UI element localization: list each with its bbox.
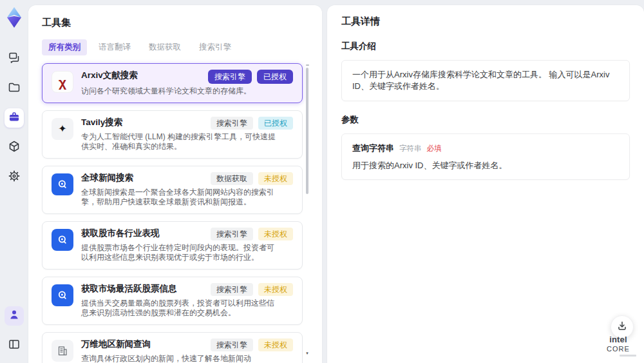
tavily-star-icon: ✦ [52,118,73,140]
brand-underline [620,355,636,357]
category-badge: 搜索引擎 [211,228,253,240]
tool-name: 万维地区新闻查询 [81,338,151,350]
tool-name: Tavily搜索 [81,117,122,128]
app-rail [0,0,28,363]
tab-translation[interactable]: 语言翻译 [92,39,137,55]
user-icon [8,308,21,324]
tool-name: 全球新闻搜索 [81,172,133,184]
scrollbar-thumb[interactable] [306,68,308,194]
arxiv-logo-icon: χ [52,71,73,93]
app-logo[interactable] [5,6,24,28]
search-q-icon [52,173,73,195]
tool-description: 查询具体行政区划内的新闻，快速了解各地新闻动 [81,354,276,363]
tool-card-sector-performance[interactable]: 获取股市各行业表现 搜索引擎 未授权 提供股票市场各个行业在特定时间段内的表现。… [42,221,303,270]
tab-all-categories[interactable]: 所有类别 [42,39,87,55]
tool-list: χ Arxiv文献搜索 搜索引擎 已授权 访问各个研究领域大量科学论文和文章的存… [42,63,309,363]
tool-name: 获取市场最活跃股票信息 [81,283,177,295]
download-icon [617,320,627,333]
param-required-badge: 必填 [427,144,442,153]
sidebar-item-settings[interactable] [5,168,24,187]
layout-panel-icon [8,338,21,353]
briefcase-icon [8,110,21,126]
intro-box: 一个用于从Arxiv存储库搜索科学论文和文章的工具。 输入可以是Arxiv ID… [341,60,630,101]
tool-card-tavily[interactable]: ✦ Tavily搜索 搜索引擎 已授权 专为人工智能代理 (LLM) 构建的搜索… [42,110,303,159]
gear-icon [8,170,21,185]
search-q-icon [52,229,73,251]
param-box: 查询字符串 字符串 必填 用于搜索的Arxiv ID、关键字或作者姓名。 [341,133,630,180]
category-tabs: 所有类别 语言翻译 数据获取 搜索引擎 [42,39,309,55]
param-name: 查询字符串 [352,142,394,154]
tool-description: 专为人工智能代理 (LLM) 构建的搜索引擎工具，可快速提供实时、准确和真实的结… [81,132,276,152]
auth-status-badge: 未授权 [258,338,293,351]
tool-description: 提供当天交易量最高的股票列表，投资者可以利用这些信息来识别流动性强的股票和潜在的… [81,299,276,319]
cube-icon [8,140,21,155]
tool-card-regional-news[interactable]: 万维地区新闻查询 搜索引擎 未授权 查询具体行政区划内的新闻，快速了解各地新闻动 [42,332,303,363]
intel-core-logo: intel CORE [600,335,636,357]
tool-description: 全球新闻搜索是一个聚合全球各大新闻网站内容的搜索引擎，帮助用户快速获取全球最新资… [81,188,276,208]
main-area: 工具集 所有类别 语言翻译 数据获取 搜索引擎 χ Arxiv文献搜索 搜索引擎… [28,0,644,363]
tab-search-engine[interactable]: 搜索引擎 [193,39,238,55]
tool-card-most-active-stocks[interactable]: 获取市场最活跃股票信息 搜索引擎 未授权 提供当天交易量最高的股票列表，投资者可… [42,277,303,325]
category-badge: 搜索引擎 [211,283,253,296]
sidebar-item-files[interactable] [5,79,24,98]
category-badge: 搜索引擎 [211,117,253,130]
sidebar-item-packages[interactable] [5,138,24,157]
folder-icon [8,81,21,96]
intro-text: 一个用于从Arxiv存储库搜索科学论文和文章的工具。 输入可以是Arxiv ID… [352,69,619,92]
param-description: 用于搜索的Arxiv ID、关键字或作者姓名。 [352,160,619,171]
auth-status-badge: 未授权 [258,283,293,296]
intro-heading: 工具介绍 [341,41,630,52]
sidebar-item-user[interactable] [5,306,24,326]
param-type: 字符串 [399,144,422,153]
category-badge: 搜索引擎 [208,70,252,84]
params-heading: 参数 [341,114,630,126]
tool-name: 获取股市各行业表现 [81,228,160,239]
category-badge: 数据获取 [211,172,253,185]
sidebar-item-chat[interactable] [5,49,24,68]
tool-description: 访问各个研究领域大量科学论文和文章的存储库。 [81,86,276,97]
auth-status-badge: 未授权 [258,172,293,185]
sidebar-item-tools[interactable] [5,108,24,128]
list-scrollbar[interactable]: ▾ [305,64,309,363]
tool-card-global-news[interactable]: 全球新闻搜索 数据获取 未授权 全球新闻搜索是一个聚合全球各大新闻网站内容的搜索… [42,166,303,214]
tool-name: Arxiv文献搜索 [81,70,138,81]
sidebar-item-panel-toggle[interactable] [5,336,24,355]
auth-status-badge: 未授权 [258,228,293,240]
chat-icon [8,51,21,66]
tool-card-arxiv[interactable]: χ Arxiv文献搜索 搜索引擎 已授权 访问各个研究领域大量科学论文和文章的存… [42,63,303,103]
detail-title: 工具详情 [341,15,630,28]
scrollbar-up-tick[interactable] [306,64,309,66]
search-q-icon [52,284,73,306]
auth-status-badge: 已授权 [257,70,293,84]
tool-detail-panel: 工具详情 工具介绍 一个用于从Arxiv存储库搜索科学论文和文章的工具。 输入可… [327,5,644,363]
tool-list-panel: 工具集 所有类别 语言翻译 数据获取 搜索引擎 χ Arxiv文献搜索 搜索引擎… [28,5,322,363]
auth-status-badge: 已授权 [258,117,293,130]
building-icon [52,340,73,362]
brand-core: CORE [607,345,630,353]
tab-data-fetch[interactable]: 数据获取 [142,39,187,55]
page-title: 工具集 [42,17,309,29]
scrollbar-down-arrow[interactable]: ▾ [305,351,309,356]
tool-description: 提供股票市场各个行业在特定时间段内的表现。投资者可以利用这些信息来识别表现优于或… [81,243,276,263]
brand-intel: intel [609,335,627,344]
category-badge: 搜索引擎 [211,338,253,351]
